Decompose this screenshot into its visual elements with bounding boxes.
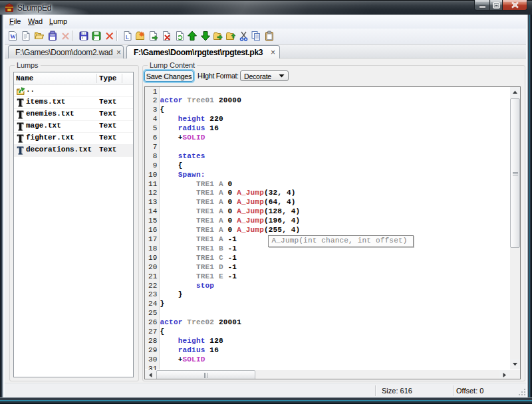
svg-text:W: W xyxy=(10,33,16,40)
svg-text:L: L xyxy=(126,34,129,41)
